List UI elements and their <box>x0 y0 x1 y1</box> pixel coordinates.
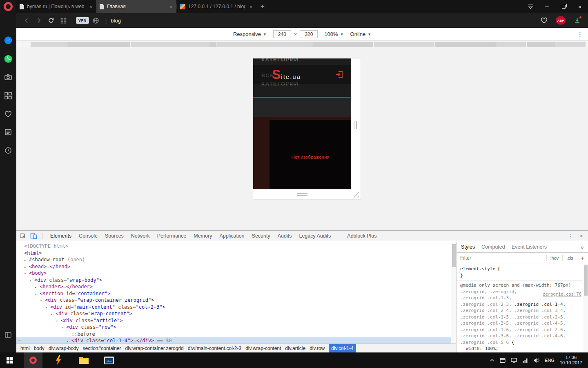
sidebar-tab-styles[interactable]: Styles <box>461 244 475 250</box>
tree-row[interactable]: ▸<head>…</head> <box>16 263 451 270</box>
elements-scrollbar[interactable] <box>451 242 456 343</box>
devtools-tab-elements[interactable]: Elements <box>47 231 75 241</box>
bookmarks-heart-icon[interactable] <box>4 110 13 119</box>
taskbar-app-button-lightning[interactable] <box>49 352 68 368</box>
scrollbar-thumb[interactable] <box>584 265 588 296</box>
hidden-icons-chevron[interactable] <box>490 359 494 362</box>
volume-icon[interactable] <box>533 358 539 363</box>
back-icon[interactable] <box>21 15 32 26</box>
history-icon[interactable] <box>4 146 13 155</box>
viewport-height-input[interactable] <box>300 30 318 38</box>
device-viewport[interactable]: КАТЕГОРИИ ВСЕ КАТЕГОРИИ Site.ua Нет изоб… <box>253 58 351 189</box>
media-query-segment[interactable] <box>67 42 130 47</box>
tray-app-window-icon[interactable] <box>500 358 506 363</box>
breadcrumb-item[interactable]: div.wrap-content <box>245 346 281 351</box>
clock[interactable]: 17:36 10.10.2017 <box>560 355 582 366</box>
throttling-dropdown[interactable]: Online ▼ <box>350 31 372 37</box>
breadcrumb-item[interactable]: div.row <box>310 346 325 351</box>
devtools-tab-network[interactable]: Network <box>127 231 154 241</box>
media-query-segment[interactable] <box>312 42 373 47</box>
tree-row[interactable]: ▾<div class="wrap-content"> <box>16 310 451 317</box>
forward-icon[interactable] <box>33 15 44 26</box>
devtools-tab-performance[interactable]: Performance <box>154 231 190 241</box>
messenger-icon[interactable] <box>4 36 13 45</box>
tree-row[interactable]: ▸#shadow-root (open) <box>16 256 451 263</box>
devtools-tab-audits[interactable]: Audits <box>274 231 296 241</box>
speed-dial-toolbar-icon[interactable] <box>58 15 69 26</box>
devtools-tab-sources[interactable]: Sources <box>101 231 127 241</box>
element-classes-button[interactable]: .cls <box>562 255 577 261</box>
personal-news-icon[interactable] <box>4 128 13 137</box>
maximize-button[interactable] <box>555 5 572 9</box>
resize-handle-bottom[interactable] <box>297 193 307 196</box>
sidebar-tab-event-listeners[interactable]: Event Listeners <box>512 244 547 250</box>
new-tab-button[interactable]: + <box>256 0 269 13</box>
tree-row[interactable]: ::before <box>16 331 451 338</box>
tab-close-icon[interactable]: × <box>248 4 253 10</box>
element-style-rule[interactable]: element.style{ <box>460 266 588 272</box>
opera-logo-icon[interactable] <box>4 2 13 11</box>
styles-filter-input[interactable] <box>457 255 546 261</box>
browser-tab[interactable]: Главная× <box>96 0 176 13</box>
expand-arrow-icon[interactable]: ▸ <box>67 338 71 343</box>
minimize-button[interactable] <box>539 7 555 7</box>
device-type-dropdown[interactable]: Responsive ▼ <box>233 31 267 37</box>
viewport-width-input[interactable] <box>273 30 291 38</box>
tree-row[interactable]: ▾<div id="main-content" class="col-2-3"> <box>16 304 451 311</box>
breadcrumb-item[interactable]: div.wrap-body <box>49 346 79 351</box>
stylesheet-link[interactable]: zerogrid.css:76 <box>543 291 581 298</box>
device-toolbar-menu-icon[interactable]: ⋮ <box>577 31 583 38</box>
media-query-segment[interactable] <box>435 42 496 47</box>
reload-icon[interactable] <box>46 15 56 26</box>
zoom-dropdown[interactable]: 100% ▼ <box>324 31 343 37</box>
address-input[interactable]: blog <box>111 18 121 24</box>
devtools-close-icon[interactable]: × <box>580 233 583 239</box>
tree-row[interactable]: ▾<div class="wrap-body"> <box>16 277 451 284</box>
breadcrumb-item[interactable]: body <box>34 346 45 351</box>
toggle-device-toolbar-icon[interactable] <box>30 233 37 239</box>
media-query-segment[interactable] <box>496 42 526 47</box>
tree-row[interactable]: ▾<div class="article"> <box>16 317 451 324</box>
tree-row[interactable]: ▾<section id="container"> <box>16 290 451 297</box>
devtools-tab-application[interactable]: Application <box>216 231 248 241</box>
close-button[interactable]: × <box>572 4 588 10</box>
devtools-tab-adblock-plus[interactable]: Adblock Plus <box>343 231 380 241</box>
media-query-segment[interactable] <box>374 42 434 47</box>
devtools-tab-console[interactable]: Console <box>75 231 101 241</box>
taskbar-media-app-button[interactable] <box>100 352 118 368</box>
devtools-tab-security[interactable]: Security <box>248 231 274 241</box>
whatsapp-icon[interactable] <box>4 54 13 63</box>
tree-row[interactable]: <html> <box>16 250 451 257</box>
save-to-bookmarks-heart-icon[interactable] <box>541 17 548 24</box>
css-property-row[interactable]: width: 100%; <box>460 346 588 352</box>
media-query-segment[interactable] <box>210 42 216 47</box>
login-icon[interactable] <box>335 70 344 79</box>
inspect-element-icon[interactable] <box>20 233 26 239</box>
tree-row[interactable]: ▾<body> <box>16 270 451 277</box>
tab-close-icon[interactable]: × <box>88 4 93 10</box>
breadcrumb-item[interactable]: div.col-1-4 <box>329 344 356 352</box>
media-query-segment[interactable] <box>131 42 210 47</box>
resize-handle-corner[interactable] <box>353 191 359 197</box>
breadcrumb-item[interactable]: section#container <box>83 346 121 351</box>
new-style-rule-button[interactable]: + <box>577 255 588 261</box>
tree-row[interactable]: ▾<div class="wrap-container zerogrid"> <box>16 297 451 304</box>
breadcrumb-item[interactable]: div.article <box>285 346 305 351</box>
sidebar-setup-icon[interactable] <box>4 330 13 339</box>
tab-menu-icon[interactable] <box>524 4 537 9</box>
more-tabs-icon[interactable]: » <box>581 244 584 250</box>
media-query-segment[interactable] <box>216 42 312 47</box>
tree-row[interactable]: ▸<div class="col-1-4">…</div> == $0⋯ <box>16 337 451 343</box>
resize-handle-right[interactable] <box>354 121 357 129</box>
breadcrumb-item[interactable]: div#main-content.col-2-3 <box>188 346 241 351</box>
site-globe-icon[interactable] <box>91 15 101 26</box>
scrollbar-thumb[interactable] <box>452 244 456 267</box>
speed-dial-icon[interactable] <box>4 91 13 100</box>
breadcrumb-item[interactable]: html <box>20 346 30 351</box>
toggle-element-state-button[interactable]: :hov <box>546 255 563 261</box>
taskbar-opera-button[interactable] <box>24 352 42 368</box>
tray-display-icon[interactable] <box>511 358 517 363</box>
start-button[interactable] <box>0 352 20 368</box>
site-logo[interactable]: Site.ua <box>272 68 301 81</box>
adblock-plus-badge[interactable]: ABP <box>556 16 566 25</box>
